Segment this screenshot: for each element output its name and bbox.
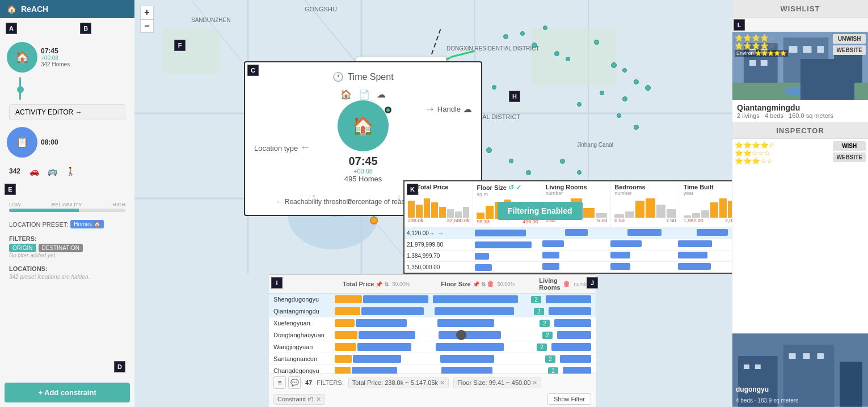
map-dot-6 [566, 57, 570, 61]
car-icon[interactable]: 🚗 [27, 164, 41, 178]
hist-bar [424, 198, 431, 218]
reliability-label: LOW RELIABILITY HIGH [9, 202, 125, 207]
hist-row-floor-1 [475, 241, 543, 248]
table-row[interactable]: Changdegongyu 2 [269, 365, 596, 374]
add-constraint-button[interactable]: + Add constraint [5, 383, 130, 402]
map-dot-13 [645, 85, 651, 91]
floor-size-delete[interactable]: 🗑 [487, 280, 494, 288]
rooms-badge-5: 2 [545, 355, 555, 363]
filter-chip-2[interactable]: Floor Size: 99.41 ~ 450.00 ✕ [453, 378, 541, 388]
svg-rect-22 [803, 46, 811, 53]
filter-chip-3[interactable]: Constraint #1 ✕ [273, 394, 325, 405]
home-icon: 🏠 [7, 5, 16, 14]
floor-size-label: Floor Size [441, 281, 471, 287]
svg-rect-21 [789, 46, 798, 53]
unwish-button[interactable]: UNWISH [833, 34, 866, 44]
filter-chip-3-close[interactable]: ✕ [316, 396, 321, 403]
filter-chip-1[interactable]: Total Price: 238.0k ~ 5,147.05k ✕ [348, 378, 449, 388]
origin-dot [370, 217, 378, 224]
arrow-right-icon: → [436, 228, 444, 238]
hist-price-1: 21,979,999.80 [407, 241, 475, 248]
timeline-home-label: 342 Homes [41, 61, 70, 67]
filters-section: FILTERS: ORIGIN DESTINATION No filter ad… [5, 233, 130, 261]
table-header: Total Price 📌 ⇅ 50.00% Floor Size 📌 ⇅ 🗑 … [269, 275, 596, 294]
map-dot-11 [600, 91, 604, 95]
filter-destination[interactable]: DESTINATION [39, 244, 83, 252]
preset-badge[interactable]: Homes 🏠 [70, 220, 104, 228]
hist-year-2 [678, 252, 732, 260]
hist-bar [710, 202, 718, 218]
inspector-building-image: dugongyu 4 beds · 183.9 sq meters [732, 333, 868, 407]
cloud-icon: ☁ [377, 89, 386, 100]
label-a: A [6, 23, 17, 34]
zoom-in-button[interactable]: + [140, 6, 154, 19]
col-living-rooms: Living Rooms 🗑 number [539, 277, 591, 291]
table-icon-2[interactable]: 💬 [288, 376, 301, 389]
bus-icon[interactable]: 🚌 [45, 164, 59, 178]
total-price-sort[interactable]: ⇅ [384, 281, 389, 287]
timeline-item-work: 📋 08:00 [5, 125, 130, 160]
floor-size-pin[interactable]: 📌 [473, 281, 479, 287]
reliability-bar[interactable] [9, 209, 125, 212]
year-data-bar-1 [678, 240, 712, 247]
filter-chip-2-close[interactable]: ✕ [532, 379, 537, 387]
svg-rect-31 [755, 364, 761, 369]
svg-rect-11 [532, 28, 617, 85]
table-row[interactable]: Santangnancun 2 [269, 353, 596, 365]
rooms-bar-3 [557, 331, 591, 339]
hist-data-row-0[interactable]: 4,120.00→ → [404, 227, 732, 239]
location-preset-label: LOCATION PRESET: [9, 221, 68, 228]
annotation-center-content: 🏠 07:45 +00:08 495 Homes [338, 100, 389, 183]
floor-undo-icon[interactable]: ↺ [508, 184, 514, 192]
wishlist-card-subtitle: 2 livings · 4 beds · 160.0 sq meters [737, 112, 863, 119]
map-dot-3 [532, 43, 537, 48]
table-icon-1[interactable]: ≡ [273, 376, 286, 389]
hist-data-row-2[interactable]: 1,384,999.70 [404, 251, 732, 262]
table-row[interactable]: Qiantangmingdu 2 [269, 306, 596, 317]
zoom-out-button[interactable]: − [140, 19, 154, 33]
table-row[interactable]: Dongfanghaoyuan 2 [269, 329, 596, 341]
bottom-table-area: I J Total Price 📌 ⇅ 50.00% Floor Size 📌 [269, 274, 596, 407]
hist-bar [447, 209, 454, 218]
hist-data-row-1[interactable]: 21,979,999.80 [404, 239, 732, 251]
floor-bar-2 [437, 319, 494, 327]
map-dot-23 [486, 147, 492, 153]
hist-rooms-3 [542, 263, 610, 272]
price-bar-cell-3 [335, 331, 434, 339]
filters-footer-label: FILTERS: [317, 379, 343, 386]
wishlist-website-button[interactable]: WEBSITE [833, 45, 866, 55]
row-name: Wangjingyuan [273, 344, 330, 350]
hist-data-row-3[interactable]: 1,350,000.00 [404, 262, 732, 273]
left-sidebar: 🏠 ReACH A B 🏠 07:45 +00:0 [0, 0, 134, 407]
hist-beds-0 [610, 229, 679, 237]
living-rooms-delete[interactable]: 🗑 [563, 280, 570, 288]
filtering-enabled-badge: Filtering Enabled [498, 202, 583, 220]
home-circle[interactable]: 🏠 [7, 42, 37, 73]
hist-bar [439, 207, 446, 218]
table-row[interactable]: Xuefengyuan 2 [269, 317, 596, 329]
handle-dot[interactable] [385, 107, 391, 113]
hist-year-1 [678, 240, 732, 249]
show-filter-button[interactable]: Show Filter [547, 393, 591, 405]
inspector-website-button[interactable]: WEBSITE [833, 152, 866, 162]
filter-chip-1-close[interactable]: ✕ [440, 379, 445, 387]
row-name: Shengdugongyu [273, 296, 330, 303]
svg-rect-23 [817, 46, 824, 53]
total-price-pin[interactable]: 📌 [376, 281, 382, 287]
filter-origin[interactable]: ORIGIN [9, 244, 36, 252]
floor-bar-cell-5 [440, 355, 541, 363]
floor-data-bar-1 [475, 241, 532, 248]
transport-count: 342 [9, 167, 20, 175]
table-row[interactable]: Wangjingyuan 2 [269, 341, 596, 353]
table-row[interactable]: Shengdugongyu 2 [269, 294, 596, 306]
hist-bar [486, 206, 494, 219]
table-footer: ≡ 💬 47 FILTERS: Total Price: 238.0k ~ 5,… [269, 374, 596, 407]
walk-icon[interactable]: 🚶 [64, 164, 77, 178]
table-slider-thumb[interactable] [456, 330, 466, 340]
svg-rect-20 [761, 60, 768, 66]
wish-button[interactable]: WISH [833, 141, 866, 151]
floor-size-sort[interactable]: ⇅ [481, 281, 486, 287]
activity-editor-bar[interactable]: ACTIVITY EDITOR → [9, 104, 125, 120]
work-circle[interactable]: 📋 [7, 127, 37, 158]
col-floor-size: Floor Size 📌 ⇅ 🗑 50.00% [441, 280, 534, 288]
